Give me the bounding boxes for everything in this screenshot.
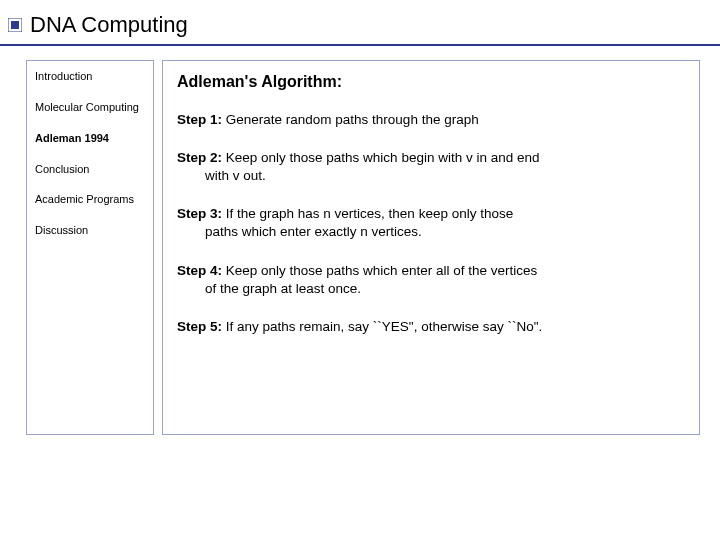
step-3-label: Step 3:	[177, 206, 222, 221]
step-5-text: If any paths remain, say ``YES", otherwi…	[222, 319, 542, 334]
step-4-text: Keep only those paths which enter all of…	[222, 263, 537, 278]
step-5: Step 5: If any paths remain, say ``YES",…	[177, 318, 685, 336]
sidebar-item-introduction: Introduction	[35, 69, 145, 84]
step-4-label: Step 4:	[177, 263, 222, 278]
sidebar: Introduction Molecular Computing Adleman…	[26, 60, 154, 435]
content-panel: Adleman's Algorithm: Step 1: Generate ra…	[162, 60, 700, 435]
sidebar-item-discussion: Discussion	[35, 223, 145, 238]
step-2-cont: with v out.	[177, 167, 685, 185]
slide: DNA Computing Introduction Molecular Com…	[0, 0, 720, 540]
step-4: Step 4: Keep only those paths which ente…	[177, 262, 685, 298]
step-1-text: Generate random paths through the graph	[222, 112, 479, 127]
step-1: Step 1: Generate random paths through th…	[177, 111, 685, 129]
step-3: Step 3: If the graph has n vertices, the…	[177, 205, 685, 241]
svg-rect-1	[11, 21, 19, 29]
step-5-label: Step 5:	[177, 319, 222, 334]
sidebar-item-academic-programs: Academic Programs	[35, 192, 145, 207]
step-2-text: Keep only those paths which begin with v…	[222, 150, 539, 165]
slide-title-row: DNA Computing	[0, 0, 720, 44]
content-heading: Adleman's Algorithm:	[177, 71, 685, 93]
step-2: Step 2: Keep only those paths which begi…	[177, 149, 685, 185]
step-4-cont: of the graph at least once.	[177, 280, 685, 298]
sidebar-item-conclusion: Conclusion	[35, 162, 145, 177]
sidebar-item-molecular-computing: Molecular Computing	[35, 100, 145, 115]
step-2-label: Step 2:	[177, 150, 222, 165]
title-bullet-icon	[8, 18, 22, 32]
step-3-text: If the graph has n vertices, then keep o…	[222, 206, 513, 221]
sidebar-item-adleman-1994: Adleman 1994	[35, 131, 145, 146]
step-3-cont: paths which enter exactly n vertices.	[177, 223, 685, 241]
page-title: DNA Computing	[30, 12, 188, 38]
slide-body: Introduction Molecular Computing Adleman…	[0, 46, 720, 435]
step-1-label: Step 1:	[177, 112, 222, 127]
